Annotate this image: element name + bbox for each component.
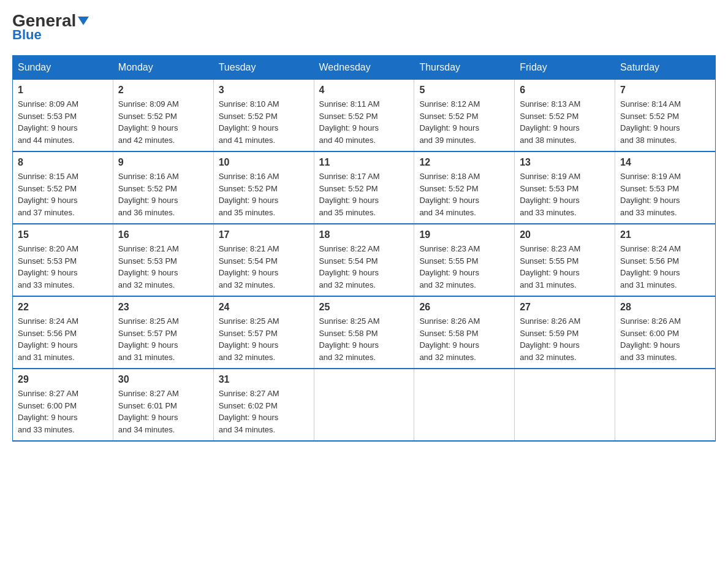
calendar-header: SundayMondayTuesdayWednesdayThursdayFrid… bbox=[13, 56, 716, 80]
day-cell bbox=[414, 369, 515, 441]
day-cell: 3 Sunrise: 8:10 AM Sunset: 5:52 PM Dayli… bbox=[213, 80, 314, 152]
day-cell: 28 Sunrise: 8:26 AM Sunset: 6:00 PM Dayl… bbox=[615, 296, 716, 369]
day-cell: 26 Sunrise: 8:26 AM Sunset: 5:58 PM Dayl… bbox=[414, 296, 515, 369]
day-cell: 15 Sunrise: 8:20 AM Sunset: 5:53 PM Dayl… bbox=[13, 224, 113, 296]
day-info: Sunrise: 8:22 AM Sunset: 5:54 PM Dayligh… bbox=[319, 243, 409, 291]
day-cell: 19 Sunrise: 8:23 AM Sunset: 5:55 PM Dayl… bbox=[414, 224, 515, 296]
day-number: 21 bbox=[620, 229, 710, 240]
day-number: 15 bbox=[18, 229, 108, 240]
day-info: Sunrise: 8:09 AM Sunset: 5:53 PM Dayligh… bbox=[18, 98, 108, 146]
day-cell: 31 Sunrise: 8:27 AM Sunset: 6:02 PM Dayl… bbox=[213, 369, 314, 441]
day-cell: 8 Sunrise: 8:15 AM Sunset: 5:52 PM Dayli… bbox=[13, 151, 113, 224]
logo-triangle-icon bbox=[78, 17, 89, 25]
header-sunday: Sunday bbox=[13, 56, 113, 80]
day-cell bbox=[314, 369, 414, 441]
day-cell: 27 Sunrise: 8:26 AM Sunset: 5:59 PM Dayl… bbox=[515, 296, 615, 369]
day-info: Sunrise: 8:14 AM Sunset: 5:52 PM Dayligh… bbox=[620, 98, 710, 146]
day-info: Sunrise: 8:27 AM Sunset: 6:00 PM Dayligh… bbox=[18, 388, 108, 435]
day-info: Sunrise: 8:17 AM Sunset: 5:52 PM Dayligh… bbox=[319, 170, 409, 218]
day-info: Sunrise: 8:25 AM Sunset: 5:57 PM Dayligh… bbox=[219, 315, 309, 363]
day-info: Sunrise: 8:21 AM Sunset: 5:54 PM Dayligh… bbox=[219, 243, 309, 291]
day-info: Sunrise: 8:24 AM Sunset: 5:56 PM Dayligh… bbox=[620, 243, 710, 291]
logo: General Blue bbox=[12, 12, 89, 43]
day-cell: 4 Sunrise: 8:11 AM Sunset: 5:52 PM Dayli… bbox=[314, 80, 414, 152]
day-number: 1 bbox=[18, 85, 108, 96]
day-number: 10 bbox=[219, 157, 309, 168]
day-info: Sunrise: 8:26 AM Sunset: 6:00 PM Dayligh… bbox=[620, 315, 710, 363]
day-cell: 24 Sunrise: 8:25 AM Sunset: 5:57 PM Dayl… bbox=[213, 296, 314, 369]
day-number: 2 bbox=[118, 85, 208, 96]
day-info: Sunrise: 8:27 AM Sunset: 6:02 PM Dayligh… bbox=[219, 388, 309, 435]
day-number: 5 bbox=[419, 85, 509, 96]
page-header: General Blue bbox=[12, 12, 716, 43]
day-info: Sunrise: 8:23 AM Sunset: 5:55 PM Dayligh… bbox=[520, 243, 610, 291]
day-cell: 5 Sunrise: 8:12 AM Sunset: 5:52 PM Dayli… bbox=[414, 80, 515, 152]
day-cell bbox=[515, 369, 615, 441]
day-number: 28 bbox=[620, 302, 710, 313]
day-number: 3 bbox=[219, 85, 309, 96]
day-number: 31 bbox=[219, 374, 309, 385]
day-info: Sunrise: 8:24 AM Sunset: 5:56 PM Dayligh… bbox=[18, 315, 108, 363]
day-info: Sunrise: 8:11 AM Sunset: 5:52 PM Dayligh… bbox=[319, 98, 409, 146]
header-row: SundayMondayTuesdayWednesdayThursdayFrid… bbox=[13, 56, 716, 80]
day-number: 11 bbox=[319, 157, 409, 168]
logo-blue: Blue bbox=[12, 27, 42, 43]
day-number: 27 bbox=[520, 302, 610, 313]
day-number: 25 bbox=[319, 302, 409, 313]
day-info: Sunrise: 8:13 AM Sunset: 5:52 PM Dayligh… bbox=[520, 98, 610, 146]
day-number: 20 bbox=[520, 229, 610, 240]
week-row-5: 29 Sunrise: 8:27 AM Sunset: 6:00 PM Dayl… bbox=[13, 369, 716, 441]
day-number: 8 bbox=[18, 157, 108, 168]
day-info: Sunrise: 8:16 AM Sunset: 5:52 PM Dayligh… bbox=[219, 170, 309, 218]
day-cell: 9 Sunrise: 8:16 AM Sunset: 5:52 PM Dayli… bbox=[113, 151, 213, 224]
day-number: 13 bbox=[520, 157, 610, 168]
header-monday: Monday bbox=[113, 56, 213, 80]
day-cell: 13 Sunrise: 8:19 AM Sunset: 5:53 PM Dayl… bbox=[515, 151, 615, 224]
day-cell: 1 Sunrise: 8:09 AM Sunset: 5:53 PM Dayli… bbox=[13, 80, 113, 152]
day-cell: 10 Sunrise: 8:16 AM Sunset: 5:52 PM Dayl… bbox=[213, 151, 314, 224]
day-cell: 17 Sunrise: 8:21 AM Sunset: 5:54 PM Dayl… bbox=[213, 224, 314, 296]
day-number: 30 bbox=[118, 374, 208, 385]
day-number: 29 bbox=[18, 374, 108, 385]
day-cell: 12 Sunrise: 8:18 AM Sunset: 5:52 PM Dayl… bbox=[414, 151, 515, 224]
header-wednesday: Wednesday bbox=[314, 56, 414, 80]
day-number: 18 bbox=[319, 229, 409, 240]
day-info: Sunrise: 8:10 AM Sunset: 5:52 PM Dayligh… bbox=[219, 98, 309, 146]
day-info: Sunrise: 8:19 AM Sunset: 5:53 PM Dayligh… bbox=[520, 170, 610, 218]
day-info: Sunrise: 8:20 AM Sunset: 5:53 PM Dayligh… bbox=[18, 243, 108, 291]
day-number: 6 bbox=[520, 85, 610, 96]
header-tuesday: Tuesday bbox=[213, 56, 314, 80]
day-info: Sunrise: 8:25 AM Sunset: 5:58 PM Dayligh… bbox=[319, 315, 409, 363]
day-number: 23 bbox=[118, 302, 208, 313]
day-info: Sunrise: 8:26 AM Sunset: 5:58 PM Dayligh… bbox=[419, 315, 509, 363]
day-number: 9 bbox=[118, 157, 208, 168]
day-info: Sunrise: 8:27 AM Sunset: 6:01 PM Dayligh… bbox=[118, 388, 208, 435]
day-number: 4 bbox=[319, 85, 409, 96]
day-info: Sunrise: 8:19 AM Sunset: 5:53 PM Dayligh… bbox=[620, 170, 710, 218]
day-number: 24 bbox=[219, 302, 309, 313]
week-row-3: 15 Sunrise: 8:20 AM Sunset: 5:53 PM Dayl… bbox=[13, 224, 716, 296]
day-cell: 6 Sunrise: 8:13 AM Sunset: 5:52 PM Dayli… bbox=[515, 80, 615, 152]
day-cell: 21 Sunrise: 8:24 AM Sunset: 5:56 PM Dayl… bbox=[615, 224, 716, 296]
day-cell: 22 Sunrise: 8:24 AM Sunset: 5:56 PM Dayl… bbox=[13, 296, 113, 369]
day-cell: 14 Sunrise: 8:19 AM Sunset: 5:53 PM Dayl… bbox=[615, 151, 716, 224]
day-cell: 7 Sunrise: 8:14 AM Sunset: 5:52 PM Dayli… bbox=[615, 80, 716, 152]
day-info: Sunrise: 8:23 AM Sunset: 5:55 PM Dayligh… bbox=[419, 243, 509, 291]
week-row-4: 22 Sunrise: 8:24 AM Sunset: 5:56 PM Dayl… bbox=[13, 296, 716, 369]
day-cell: 25 Sunrise: 8:25 AM Sunset: 5:58 PM Dayl… bbox=[314, 296, 414, 369]
day-number: 17 bbox=[219, 229, 309, 240]
day-info: Sunrise: 8:18 AM Sunset: 5:52 PM Dayligh… bbox=[419, 170, 509, 218]
day-cell: 30 Sunrise: 8:27 AM Sunset: 6:01 PM Dayl… bbox=[113, 369, 213, 441]
day-cell: 29 Sunrise: 8:27 AM Sunset: 6:00 PM Dayl… bbox=[13, 369, 113, 441]
week-row-2: 8 Sunrise: 8:15 AM Sunset: 5:52 PM Dayli… bbox=[13, 151, 716, 224]
day-cell: 18 Sunrise: 8:22 AM Sunset: 5:54 PM Dayl… bbox=[314, 224, 414, 296]
day-info: Sunrise: 8:26 AM Sunset: 5:59 PM Dayligh… bbox=[520, 315, 610, 363]
day-cell: 16 Sunrise: 8:21 AM Sunset: 5:53 PM Dayl… bbox=[113, 224, 213, 296]
header-thursday: Thursday bbox=[414, 56, 515, 80]
day-number: 7 bbox=[620, 85, 710, 96]
day-info: Sunrise: 8:25 AM Sunset: 5:57 PM Dayligh… bbox=[118, 315, 208, 363]
day-cell: 11 Sunrise: 8:17 AM Sunset: 5:52 PM Dayl… bbox=[314, 151, 414, 224]
day-info: Sunrise: 8:15 AM Sunset: 5:52 PM Dayligh… bbox=[18, 170, 108, 218]
day-number: 26 bbox=[419, 302, 509, 313]
week-row-1: 1 Sunrise: 8:09 AM Sunset: 5:53 PM Dayli… bbox=[13, 80, 716, 152]
